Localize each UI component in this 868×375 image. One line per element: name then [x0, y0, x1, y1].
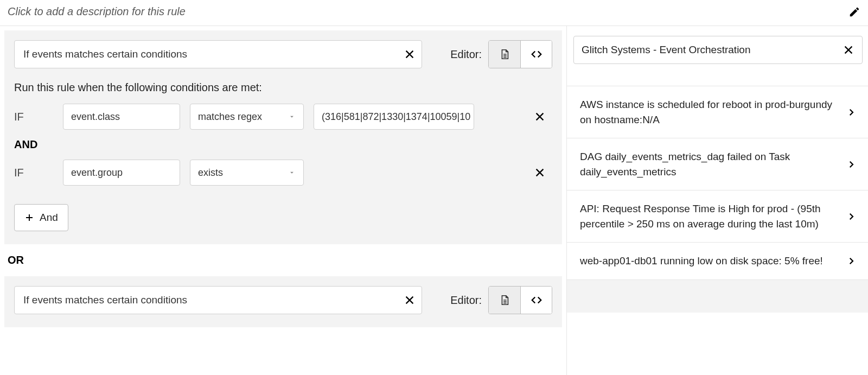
event-list-item[interactable]: AWS instance is scheduled for reboot in … [567, 86, 868, 138]
editor-label: Editor: [450, 48, 482, 61]
event-list-item[interactable]: web-app01-db01 running low on disk space… [567, 243, 868, 280]
condition-row: IF event.class matches regex (316|581|87… [14, 104, 552, 130]
editor-mode-toggle [488, 286, 552, 314]
operator-select[interactable]: exists [190, 160, 304, 186]
if-label: IF [14, 111, 53, 123]
clear-description-icon[interactable] [404, 294, 416, 306]
editor-mode-form-button[interactable] [489, 41, 520, 68]
or-label: OR [4, 244, 562, 276]
condition-row: IF event.group exists [14, 160, 552, 186]
edit-icon[interactable] [848, 6, 860, 18]
add-and-button[interactable]: And [14, 204, 68, 231]
event-list-item[interactable]: DAG daily_events_metrics_dag failed on T… [567, 138, 868, 190]
remove-condition-icon[interactable] [534, 111, 546, 123]
condition-description-input[interactable] [14, 286, 422, 314]
condition-block: Editor: Run this rule when the following… [4, 30, 562, 244]
clear-description-icon[interactable] [404, 48, 416, 60]
remove-condition-icon[interactable] [534, 167, 546, 179]
run-conditions-text: Run this rule when the following conditi… [14, 81, 552, 94]
operator-select[interactable]: matches regex [190, 104, 304, 130]
clear-source-icon[interactable] [843, 44, 854, 56]
conditions-editor: Editor: Run this rule when the following… [0, 26, 567, 375]
condition-description-input[interactable] [14, 40, 422, 68]
events-panel: Glitch Systems - Event Orchestration AWS… [567, 26, 868, 375]
editor-mode-code-button[interactable] [520, 41, 552, 68]
event-source-label: Glitch Systems - Event Orchestration [582, 44, 751, 56]
condition-block: Editor: [4, 276, 562, 327]
rule-description-bar: Click to add a description for this rule [0, 0, 868, 26]
events-section-heading [573, 29, 863, 31]
if-label: IF [14, 167, 53, 179]
value-input[interactable]: (316|581|872|1330|1374|10059|10 [314, 104, 474, 130]
chevron-right-icon [846, 160, 856, 169]
chevron-right-icon [846, 212, 856, 221]
event-source-select[interactable]: Glitch Systems - Event Orchestration [573, 36, 863, 64]
field-input[interactable]: event.group [63, 160, 180, 186]
editor-mode-toggle [488, 40, 552, 68]
event-list: AWS instance is scheduled for reboot in … [567, 86, 868, 280]
editor-mode-code-button[interactable] [520, 287, 552, 314]
editor-mode-form-button[interactable] [489, 287, 520, 314]
rule-description-placeholder[interactable]: Click to add a description for this rule [8, 5, 186, 18]
condition-block-header: Editor: [14, 40, 552, 68]
chevron-right-icon [846, 256, 856, 266]
condition-block-header: Editor: [14, 286, 552, 314]
and-label: AND [14, 138, 552, 151]
event-list-item[interactable]: API: Request Response Time is High for p… [567, 190, 868, 243]
chevron-right-icon [846, 107, 856, 117]
panel-footer-spacer [567, 280, 868, 313]
editor-label: Editor: [450, 294, 482, 307]
field-input[interactable]: event.class [63, 104, 180, 130]
